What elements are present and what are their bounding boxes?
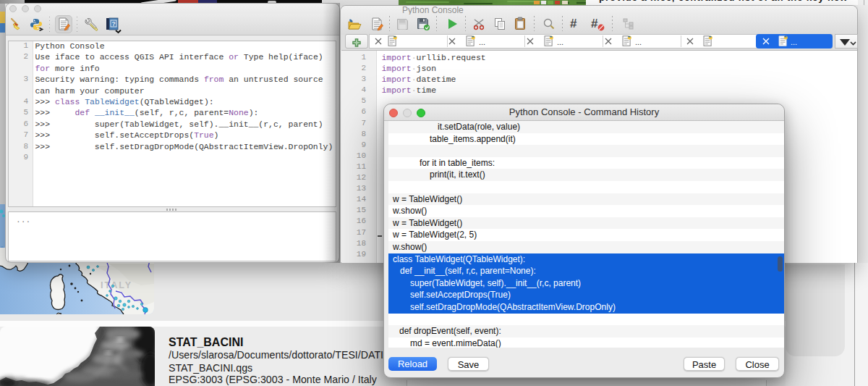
svg-text:?: ? [112, 20, 116, 28]
svg-text:ITALY: ITALY [101, 280, 132, 290]
